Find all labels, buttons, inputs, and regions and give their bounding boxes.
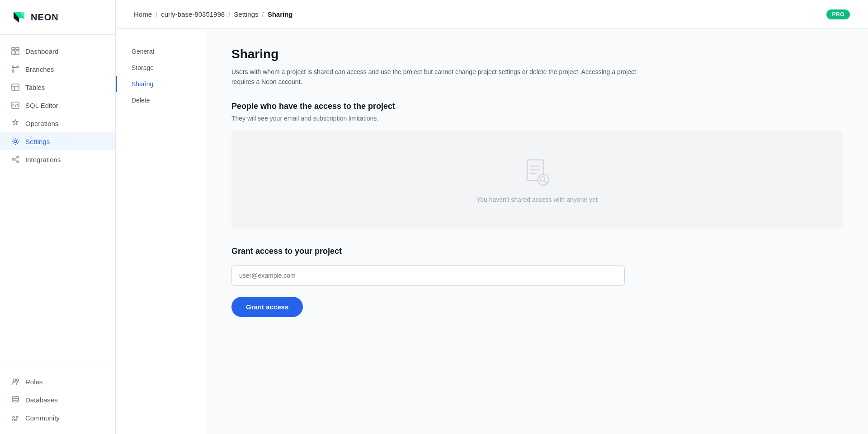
sidebar-item-branches[interactable]: Branches: [0, 60, 115, 78]
svg-rect-1: [12, 47, 15, 50]
breadcrumb-sep-1: /: [156, 10, 157, 18]
dashboard-icon: [11, 47, 20, 56]
sidebar-item-tables[interactable]: Tables: [0, 78, 115, 96]
subnav-delete[interactable]: Delete: [116, 92, 206, 108]
email-input[interactable]: [231, 265, 625, 286]
neon-logo-icon: [11, 9, 27, 25]
sidebar-bottom: Roles Databases Community: [0, 365, 115, 434]
page-content: Sharing Users with whom a project is sha…: [206, 29, 868, 434]
svg-rect-8: [12, 84, 19, 90]
sidebar-item-community[interactable]: Community: [11, 409, 104, 427]
breadcrumb-settings[interactable]: Settings: [234, 10, 258, 18]
sidebar-item-label: Tables: [25, 84, 45, 91]
logo-text: NEON: [31, 12, 59, 23]
settings-icon: [11, 137, 20, 146]
main-area: Home / curly-base-80351998 / Settings / …: [116, 0, 868, 434]
sidebar: NEON Dashboard: [0, 0, 116, 434]
svg-point-7: [17, 66, 19, 68]
top-header: Home / curly-base-80351998 / Settings / …: [116, 0, 868, 29]
roles-icon: [11, 377, 20, 386]
sidebar-item-label: SQL Editor: [25, 102, 58, 109]
page-description: Users with whom a project is shared can …: [231, 67, 638, 87]
sidebar-item-label: Settings: [25, 138, 50, 145]
sidebar-item-label: Branches: [25, 65, 54, 73]
sidebar-item-operations[interactable]: Operations: [0, 114, 115, 132]
breadcrumb-project[interactable]: curly-base-80351998: [161, 10, 225, 18]
svg-point-15: [17, 379, 19, 382]
svg-point-10: [14, 140, 17, 143]
community-icon: [11, 413, 20, 422]
svg-point-13: [17, 161, 19, 163]
content-wrapper: General Storage Sharing Delete Sharing U…: [116, 29, 868, 434]
sidebar-item-label: Integrations: [25, 156, 61, 163]
sidebar-bottom-label: Databases: [25, 396, 58, 404]
sidebar-item-label: Dashboard: [25, 47, 58, 55]
svg-rect-4: [16, 51, 19, 55]
svg-point-11: [12, 159, 14, 160]
svg-point-14: [13, 379, 16, 382]
sidebar-item-databases[interactable]: Databases: [11, 391, 104, 409]
breadcrumb-home[interactable]: Home: [134, 10, 152, 18]
breadcrumb-sep-3: /: [262, 10, 264, 18]
sidebar-bottom-label: Roles: [25, 378, 42, 386]
breadcrumb: Home / curly-base-80351998 / Settings / …: [134, 10, 293, 18]
empty-state-box: You haven't shared access with anyone ye…: [231, 131, 843, 229]
grant-section-title: Grant access to your project: [231, 247, 843, 256]
sidebar-item-label: Operations: [25, 120, 58, 127]
databases-icon: [11, 395, 20, 404]
access-section-title: People who have the access to the projec…: [231, 102, 843, 111]
svg-point-12: [17, 156, 19, 158]
access-section-subtitle: They will see your email and subscriptio…: [231, 115, 843, 122]
pro-badge: PRO: [826, 9, 850, 19]
svg-point-17: [13, 416, 14, 418]
subnav-storage[interactable]: Storage: [116, 60, 206, 76]
sidebar-bottom-label: Community: [25, 414, 60, 422]
operations-icon: [11, 119, 20, 128]
sidebar-item-settings[interactable]: Settings: [0, 132, 115, 150]
sql-editor-icon: [11, 101, 20, 110]
empty-state-icon: [521, 156, 553, 189]
grant-access-button[interactable]: Grant access: [231, 297, 303, 317]
logo[interactable]: NEON: [0, 0, 115, 35]
svg-point-6: [12, 70, 14, 72]
page-title: Sharing: [231, 47, 843, 61]
tables-icon: [11, 83, 20, 92]
integrations-icon: [11, 155, 20, 164]
empty-state-text: You haven't shared access with anyone ye…: [476, 196, 598, 203]
svg-point-18: [16, 416, 18, 418]
svg-rect-2: [16, 47, 19, 50]
sidebar-item-dashboard[interactable]: Dashboard: [0, 42, 115, 60]
breadcrumb-current: Sharing: [268, 10, 293, 18]
sidebar-item-sql-editor[interactable]: SQL Editor: [0, 96, 115, 114]
sidebar-item-integrations[interactable]: Integrations: [0, 150, 115, 168]
settings-subnav: General Storage Sharing Delete: [116, 29, 206, 434]
sidebar-item-roles[interactable]: Roles: [11, 373, 104, 391]
branches-icon: [11, 65, 20, 74]
sidebar-nav: Dashboard Branches Tables: [0, 35, 115, 365]
subnav-general[interactable]: General: [116, 43, 206, 60]
subnav-sharing[interactable]: Sharing: [116, 76, 206, 92]
svg-rect-3: [12, 51, 15, 55]
svg-point-16: [12, 397, 19, 399]
breadcrumb-sep-2: /: [228, 10, 230, 18]
